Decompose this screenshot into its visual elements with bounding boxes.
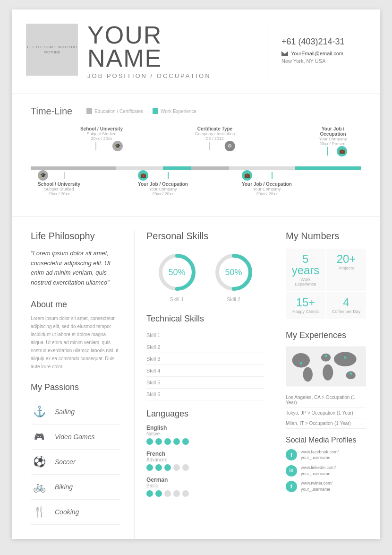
linkedin-icon: in	[286, 465, 297, 477]
phone-number: +61 (403)214-31	[281, 37, 345, 47]
tech-skill-label-1: Skill 1	[146, 332, 170, 338]
middle-column: Personal Skills 50% Skill 1	[135, 231, 276, 539]
tl-above-3: Your Job / Occupation Your Company 20xx …	[319, 126, 347, 156]
social-linkedin[interactable]: in www.linkedin.com/your_username	[286, 465, 366, 477]
tech-skill-label-3: Skill 3	[146, 356, 170, 362]
dot	[173, 438, 180, 445]
dot	[182, 490, 189, 497]
resume-container: FILL THE SHAPE WITH YOU PICTURE YOURNAME…	[12, 9, 380, 539]
tl-sub2-1: 20xx / 20xx	[80, 136, 123, 141]
dot	[164, 438, 171, 445]
timeline-seg-work2	[295, 166, 361, 170]
lang-english-dots	[146, 438, 264, 445]
tl-sub1-4: Subject Studied	[38, 187, 80, 191]
legend-work: Work Experience	[153, 108, 196, 114]
svg-point-9	[334, 352, 357, 366]
passion-label-biking: Biking	[55, 483, 73, 491]
tech-skill-label-4: Skill 4	[146, 368, 170, 373]
twitter-url: www.twitter.com/your_username	[301, 480, 332, 492]
skill2-pct: 50%	[225, 267, 242, 277]
timeline-legend: Education / Certificates Work Experience	[86, 108, 196, 114]
lang-german-level: Basic	[146, 483, 264, 488]
legend-edu-label: Education / Certificates	[94, 109, 143, 114]
tl-icon-4: 🎓	[38, 170, 48, 181]
world-map-svg	[286, 345, 366, 388]
social-twitter[interactable]: t www.twitter.com/your_username	[286, 480, 366, 492]
tl-sub2-5: 20xx / 20xx	[138, 191, 188, 196]
dot	[155, 438, 162, 445]
donut-skills-row: 50% Skill 1 50% Skill 2	[146, 251, 264, 302]
svg-point-8	[323, 364, 333, 381]
tech-skill-label-5: Skill 5	[146, 380, 170, 385]
svg-point-14	[349, 373, 352, 375]
number-coffee-desc: Coffee per Day	[330, 309, 362, 314]
passion-videogames: 🎮 Video Games	[31, 425, 120, 450]
lang-french-name: French	[146, 451, 264, 457]
tl-label-4: School / University	[38, 182, 80, 187]
skill1-pct: 50%	[168, 267, 185, 277]
skill2-label: Skill 2	[213, 296, 255, 302]
tl-sub1-2: Compnay / Institution	[195, 131, 235, 136]
timeline-seg-work1	[163, 166, 191, 170]
tl-label-3: Your Job / Occupation	[319, 126, 347, 137]
tl-above-1: School / University Subject Studied 20xx…	[80, 126, 123, 151]
tl-icon-5: 💼	[138, 170, 148, 181]
number-coffee-value: 4	[330, 297, 362, 308]
languages-title: Languages	[146, 409, 264, 419]
facebook-url: www.facebook.com/your_username	[301, 449, 339, 461]
exp-tokyo: Tokyo, JP > Occupation (1 Year)	[286, 408, 366, 418]
lang-german: German Basic	[146, 477, 264, 497]
left-column: Life Philosophy "Lorem ipsum dolor sit a…	[12, 231, 135, 539]
number-clients-desc: Happy Clients	[290, 309, 322, 314]
social-facebook[interactable]: f www.facebook.com/your_username	[286, 449, 366, 461]
dot	[173, 464, 180, 471]
about-me-text: Lorem ipsum dolor sit amet, consectetur …	[31, 314, 120, 371]
philosophy-quote: "Lorem ipsum dolor sit amet, consectetur…	[31, 249, 120, 288]
main-content: Life Philosophy "Lorem ipsum dolor sit a…	[12, 217, 380, 539]
social-title: Social Media Profiles	[286, 436, 366, 444]
tl-sub2-6: 20xx / 20xx	[242, 191, 292, 196]
svg-point-12	[344, 356, 346, 359]
tl-connector-3	[327, 147, 328, 156]
lang-english: English Native	[146, 425, 264, 445]
dot	[146, 438, 153, 445]
dot	[155, 490, 162, 497]
number-clients: 15+ Happy Clients	[286, 292, 325, 319]
exp-milan: Milan, IT > Occupation (1 Year)	[286, 418, 366, 429]
tl-icon-1: 🎓	[112, 141, 123, 151]
numbers-grid: 5 years Work Experience 20+ Projects 15+…	[286, 249, 366, 319]
number-projects-desc: Projects	[330, 266, 362, 270]
number-years: 5 years Work Experience	[286, 249, 325, 291]
tl-label-1: School / University	[80, 126, 123, 131]
dot	[146, 464, 153, 471]
number-coffee: 4 Coffee per Day	[326, 292, 366, 319]
tech-skill-4: Skill 4	[146, 365, 264, 377]
skill1-donut-wrap: 50% Skill 1	[156, 251, 198, 302]
timeline-header: Time-Line Education / Certificates Work …	[31, 106, 361, 117]
lang-french-dots	[146, 464, 264, 471]
passion-label-videogames: Video Games	[55, 433, 95, 441]
contact-section: +61 (403)214-31 YourEmail@email.com New …	[267, 24, 361, 79]
name-section: YOURNAME JOB POSITION / OCCUPATION	[78, 24, 267, 79]
skill1-donut: 50%	[156, 251, 198, 294]
lang-german-dots	[146, 490, 264, 497]
passion-label-sailing: Sailing	[55, 408, 75, 416]
timeline-visual: School / University Subject Studied 20xx…	[31, 126, 361, 207]
tl-label-5: Your Job / Occupation	[138, 182, 188, 187]
dot	[182, 438, 189, 445]
lang-english-level: Native	[146, 431, 264, 436]
tl-above-2: Certificate Type Compnay / Institution 0…	[195, 126, 235, 151]
tl-sub2-3: 20xx / Present	[319, 141, 347, 146]
tl-connector-6	[272, 172, 273, 179]
photo-placeholder: FILL THE SHAPE WITH YOU PICTURE	[26, 24, 78, 76]
svg-point-11	[300, 362, 302, 364]
dot	[164, 464, 171, 471]
sailing-icon: ⚓	[31, 403, 48, 420]
legend-edu: Education / Certificates	[86, 108, 143, 114]
tech-skill-2: Skill 2	[146, 341, 264, 353]
tech-skill-3: Skill 3	[146, 353, 264, 365]
job-title: JOB POSITION / OCCUPATION	[87, 72, 267, 79]
skill2-donut: 50%	[213, 251, 255, 294]
svg-point-13	[324, 355, 327, 357]
tl-sub2-4: 20xx / 20xx	[38, 191, 80, 196]
